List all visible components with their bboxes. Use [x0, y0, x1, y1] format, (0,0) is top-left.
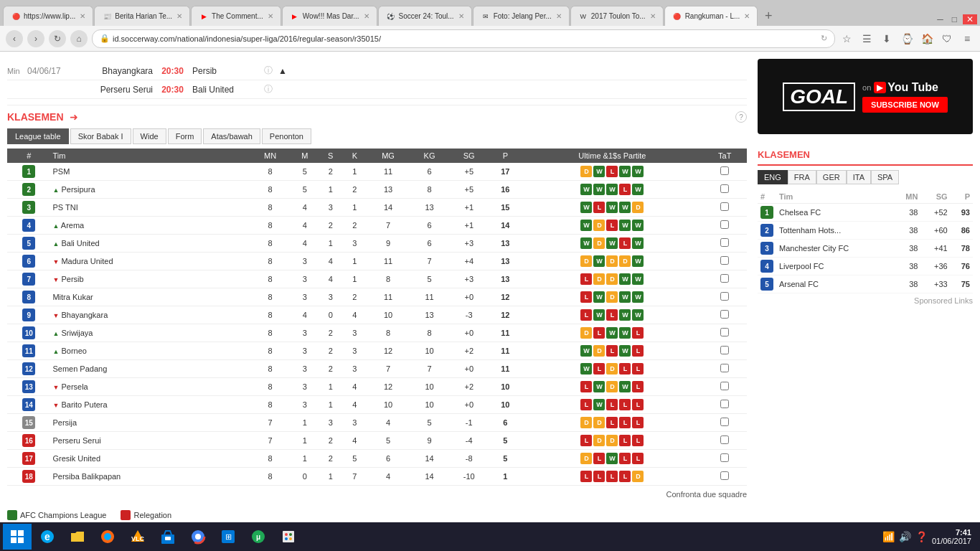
league-tab-ita[interactable]: ITA [847, 170, 871, 184]
tat-checkbox[interactable] [720, 364, 729, 372]
start-button[interactable] [3, 524, 32, 550]
svg-rect-19 [283, 531, 294, 542]
tat-checkbox[interactable] [720, 256, 729, 265]
tat-checkbox[interactable] [720, 346, 729, 354]
league-tab-eng[interactable]: ENG [758, 170, 788, 184]
taskbar-explorer[interactable]: ⊞ [214, 524, 242, 550]
forward-button[interactable]: › [27, 30, 44, 47]
tat-checkbox[interactable] [720, 202, 729, 211]
tat-checkbox[interactable] [720, 328, 729, 336]
tab-wide[interactable]: Wide [133, 128, 166, 144]
tab-3[interactable]: ▶ The Comment... ✕ [191, 6, 281, 26]
bookmark-icon[interactable]: ☆ [839, 32, 854, 46]
cell-rank: 17 [7, 450, 50, 468]
tat-checkbox[interactable] [720, 418, 729, 426]
reader-icon[interactable]: ☰ [859, 32, 874, 46]
tab-1-icon: 🔴 [11, 11, 21, 22]
taskbar-folder[interactable] [63, 524, 92, 550]
scroll-btn[interactable]: ▲ [273, 66, 287, 76]
tab-6[interactable]: ✉ Foto: Jelang Per... ✕ [473, 6, 570, 26]
minimize-button[interactable]: ─ [934, 14, 946, 24]
tat-checkbox[interactable] [720, 292, 729, 301]
tab-5[interactable]: ⚽ Soccer 24: Toul... ✕ [378, 6, 472, 26]
tat-checkbox[interactable] [720, 274, 729, 283]
league-tab-ger[interactable]: GER [816, 170, 847, 184]
cell-name: ▼ Bhayangkara [50, 306, 249, 324]
tat-checkbox[interactable] [720, 435, 729, 444]
cell-m: 4 [291, 217, 319, 235]
tab-5-close[interactable]: ✕ [458, 12, 464, 20]
tab-4[interactable]: ▶ Wow!!! Mas Dar... ✕ [282, 6, 377, 26]
tab-6-close[interactable]: ✕ [556, 12, 562, 20]
tat-checkbox[interactable] [720, 471, 729, 480]
home-button[interactable]: ⌂ [70, 30, 88, 47]
confronta-button[interactable]: Confronta due squadre [7, 486, 747, 503]
tab-8-active[interactable]: 🔴 Rangkuman - L... ✕ [664, 6, 758, 26]
cell-p: 1 [489, 468, 522, 486]
tab-3-close[interactable]: ✕ [268, 12, 273, 20]
cell-p: 11 [489, 342, 522, 360]
taskbar-vlc[interactable]: VLC [123, 524, 152, 550]
right-klasemen-title: KLASEMEN [758, 145, 973, 166]
tab-7[interactable]: W 2017 Toulon To... ✕ [570, 6, 664, 26]
yt-ad[interactable]: GOAL on ▶ You Tube SUBSCRIBE NOW [758, 59, 973, 134]
refresh-button[interactable]: ↻ [49, 30, 66, 47]
tab-4-close[interactable]: ✕ [364, 12, 369, 20]
taskbar-ie[interactable]: e [33, 524, 62, 550]
back-button[interactable]: ‹ [6, 30, 23, 47]
right-cell-p: 93 [951, 204, 973, 222]
tat-checkbox[interactable] [720, 184, 729, 193]
tat-checkbox[interactable] [720, 166, 729, 175]
cell-mg: 8 [367, 324, 410, 342]
tab-form[interactable]: Form [168, 128, 202, 144]
tab-penonton[interactable]: Penonton [262, 128, 311, 144]
maximize-button[interactable]: □ [949, 14, 960, 24]
tab-7-icon: W [578, 11, 588, 22]
page-content: Min 04/06/17 Bhayangkara 20:30 Persib ⓘ … [0, 52, 980, 551]
history-icon[interactable]: ⌚ [900, 32, 914, 46]
league-tabs: ENG FRA GER ITA SPA [758, 170, 973, 184]
col-mn: MN [250, 149, 291, 163]
tab-1-close[interactable]: ✕ [80, 12, 85, 20]
subscribe-button[interactable]: SUBSCRIBE NOW [862, 97, 948, 113]
cell-tat [703, 235, 747, 253]
tab-1[interactable]: 🔴 https://www.lip... ✕ [3, 6, 93, 26]
tat-checkbox[interactable] [720, 238, 729, 247]
taskbar-paint[interactable] [274, 524, 303, 550]
tat-checkbox[interactable] [720, 382, 729, 390]
tab-skor-babak[interactable]: Skor Babak I [70, 128, 131, 144]
cell-kg: 8 [410, 181, 449, 199]
cell-k: 3 [343, 414, 367, 432]
close-window-button[interactable]: ✕ [963, 14, 977, 24]
league-tab-fra[interactable]: FRA [788, 170, 816, 184]
new-tab-button[interactable]: + [758, 6, 778, 26]
main-left: Min 04/06/17 Bhayangkara 20:30 Persib ⓘ … [7, 59, 747, 527]
tab-8-close[interactable]: ✕ [744, 12, 750, 20]
menu-icon[interactable]: ≡ [960, 32, 974, 46]
right-cell-name: Arsenal FC [776, 276, 893, 293]
taskbar-firefox[interactable] [93, 524, 122, 550]
tat-checkbox[interactable] [720, 400, 729, 408]
tab-atas-bawah[interactable]: Atas/bawah [203, 128, 260, 144]
tat-checkbox[interactable] [720, 453, 729, 462]
league-tab-spa[interactable]: SPA [871, 170, 899, 184]
tat-checkbox[interactable] [720, 310, 729, 319]
taskbar-chrome[interactable] [184, 524, 212, 550]
shield-icon[interactable]: 🛡 [940, 32, 954, 46]
tat-checkbox[interactable] [720, 220, 729, 229]
tab-league-table[interactable]: League table [7, 128, 69, 144]
home-nav-icon[interactable]: 🏠 [920, 32, 934, 46]
tab-2[interactable]: 📰 Berita Harian Te... ✕ [94, 6, 190, 26]
match-2-info[interactable]: ⓘ [264, 83, 273, 95]
tab-7-close[interactable]: ✕ [650, 12, 656, 20]
table-row: 1 PSM 8 5 2 1 11 6 +5 17 DWLWW [7, 163, 747, 181]
tab-2-close[interactable]: ✕ [176, 12, 182, 20]
klasemen-help-icon[interactable]: ? [735, 111, 747, 123]
taskbar-store[interactable] [154, 524, 182, 550]
cell-results: DLWLL [522, 450, 702, 468]
url-input[interactable]: 🔒 id.soccerway.com/national/indonesia/su… [92, 29, 835, 48]
download-icon[interactable]: ⬇ [880, 32, 894, 46]
taskbar-bittorrent[interactable]: μ [244, 524, 273, 550]
match-1-info[interactable]: ⓘ [264, 65, 273, 77]
cell-sg: +2 [449, 342, 489, 360]
